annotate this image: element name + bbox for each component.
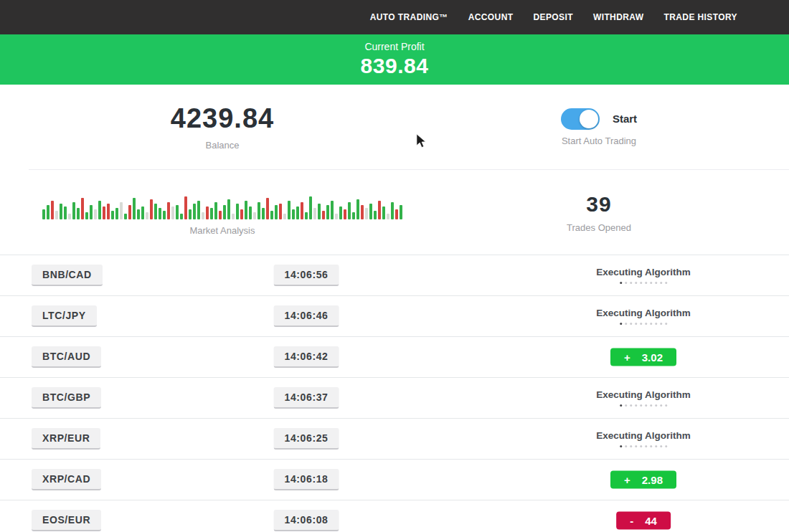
table-row: BNB/CAD 14:06:56 Executing Algorithm (0, 255, 789, 295)
time-chip: 14:06:42 (274, 346, 339, 368)
pair-chip: XRP/CAD (32, 469, 101, 490)
pair-chip: XRP/EUR (32, 428, 100, 450)
profit-sign: + (624, 474, 630, 486)
nav-deposit[interactable]: DEPOSIT (533, 12, 572, 22)
top-nav: AUTO TRADING™ ACCOUNT DEPOSIT WITHDRAW T… (0, 0, 789, 34)
start-auto-trading-label: Start Auto Trading (562, 136, 636, 146)
nav-auto-trading[interactable]: AUTO TRADING™ (370, 12, 448, 22)
profit-value: 2.98 (642, 474, 663, 486)
trades-opened-label: Trades Opened (567, 222, 631, 233)
toggle-label: Start (613, 113, 637, 125)
status-profit: + 2.98 (610, 471, 676, 489)
pair-chip: EOS/EUR (32, 510, 101, 531)
loss-badge: - 44 (616, 512, 671, 530)
nav-trade-history[interactable]: TRADE HISTORY (663, 12, 737, 22)
loss-sign: - (630, 515, 633, 527)
current-profit-value: 839.84 (361, 54, 429, 78)
auto-trading-page: AUTO TRADING™ ACCOUNT DEPOSIT WITHDRAW T… (0, 0, 789, 532)
market-analysis-label: Market Analysis (189, 225, 255, 236)
time-chip: 14:06:08 (274, 510, 339, 531)
progress-dots (620, 404, 667, 407)
balance-label: Balance (206, 140, 240, 151)
trades-opened-value: 39 (586, 192, 611, 217)
auto-trading-toggle[interactable] (561, 108, 600, 130)
executing-label: Executing Algorithm (596, 430, 691, 441)
progress-dots (620, 445, 667, 447)
profit-value: 3.02 (642, 351, 663, 364)
status-executing: Executing Algorithm (596, 430, 691, 447)
nav-account[interactable]: ACCOUNT (468, 12, 514, 22)
trades-table: BNB/CAD 14:06:56 Executing Algorithm LTC… (0, 255, 789, 532)
market-analysis-chart (42, 189, 402, 219)
table-row: BTC/GBP 14:06:37 Executing Algorithm (0, 377, 789, 418)
status-loss: - 44 (616, 512, 671, 530)
pair-chip: LTC/JPY (32, 305, 97, 327)
status-executing: Executing Algorithm (596, 267, 691, 284)
status-executing: Executing Algorithm (596, 389, 691, 407)
loss-value: 44 (645, 515, 657, 527)
profit-badge: + 3.02 (610, 348, 676, 366)
status-profit: + 3.02 (610, 348, 676, 366)
pair-chip: BTC/AUD (32, 346, 101, 368)
table-row: EOS/EUR 14:06:08 - 44 (0, 500, 789, 532)
pair-chip: BNB/CAD (32, 265, 103, 286)
pair-chip: BTC/GBP (32, 387, 101, 409)
table-row: XRP/CAD 14:06:18 + 2.98 (0, 459, 789, 500)
time-chip: 14:06:46 (274, 305, 339, 327)
balance-value: 4239.84 (171, 103, 274, 134)
table-row: XRP/EUR 14:06:25 Executing Algorithm (0, 418, 789, 459)
market-analysis-row: Market Analysis 39 Trades Opened (0, 170, 789, 255)
nav-withdraw[interactable]: WITHDRAW (593, 12, 644, 22)
current-profit-label: Current Profit (364, 41, 424, 52)
progress-dots (620, 282, 667, 284)
toggle-knob (580, 110, 598, 128)
time-chip: 14:06:37 (274, 387, 339, 409)
executing-label: Executing Algorithm (596, 308, 691, 318)
current-profit-banner: Current Profit 839.84 (0, 34, 789, 85)
progress-dots (620, 323, 667, 325)
table-row: LTC/JPY 14:06:46 Executing Algorithm (0, 295, 789, 336)
table-row: BTC/AUD 14:06:42 + 3.02 (0, 336, 789, 377)
executing-label: Executing Algorithm (596, 389, 691, 400)
executing-label: Executing Algorithm (596, 267, 691, 277)
profit-badge: + 2.98 (610, 471, 676, 489)
time-chip: 14:06:56 (274, 265, 339, 286)
status-executing: Executing Algorithm (596, 308, 691, 325)
time-chip: 14:06:25 (274, 428, 339, 450)
balance-row: 4239.84 Balance Start Start Auto Trading (0, 85, 789, 169)
time-chip: 14:06:18 (274, 469, 339, 490)
profit-sign: + (624, 351, 630, 364)
